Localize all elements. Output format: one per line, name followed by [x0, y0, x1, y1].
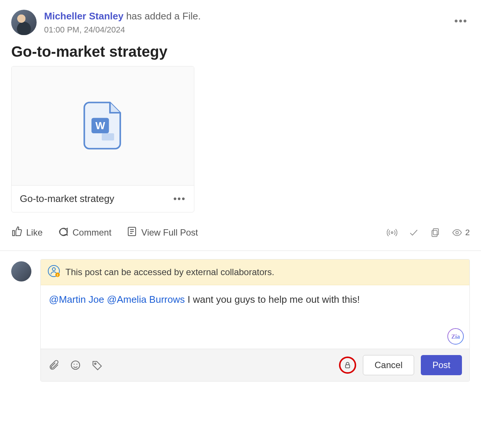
- notice-text: This post can be accessed by external co…: [65, 267, 274, 277]
- composer-body[interactable]: @Martin Joe @Amelia Burrows I want you g…: [41, 285, 469, 349]
- post-title-line: Micheller Stanley has added a File.: [44, 10, 201, 23]
- author-avatar[interactable]: [11, 10, 37, 35]
- external-user-icon: !: [47, 265, 60, 280]
- post-button[interactable]: Post: [421, 355, 462, 375]
- view-full-post-button[interactable]: View Full Post: [126, 226, 198, 239]
- svg-text:W: W: [95, 120, 105, 131]
- toolbar-left: [48, 360, 103, 371]
- file-name: Go-to-market strategy: [20, 193, 114, 205]
- composer-section: ! This post can be accessed by external …: [0, 251, 481, 393]
- cancel-button[interactable]: Cancel: [363, 355, 414, 375]
- svg-text:!: !: [57, 273, 58, 277]
- post-container: Micheller Stanley has added a File. 01:0…: [0, 0, 481, 251]
- like-label: Like: [26, 227, 43, 238]
- zia-icon[interactable]: Zia: [447, 328, 464, 345]
- svg-rect-8: [433, 229, 438, 235]
- svg-point-19: [77, 364, 78, 365]
- comment-button[interactable]: Comment: [58, 226, 111, 239]
- file-more-icon[interactable]: •••: [173, 193, 186, 205]
- post-header-text: Micheller Stanley has added a File. 01:0…: [44, 10, 201, 35]
- file-preview: W: [12, 66, 194, 185]
- external-access-notice: ! This post can be accessed by external …: [41, 259, 469, 285]
- file-footer: Go-to-market strategy •••: [12, 185, 194, 212]
- checkmark-icon[interactable]: [408, 227, 419, 238]
- word-doc-icon: W: [82, 100, 123, 151]
- emoji-icon[interactable]: [70, 360, 81, 371]
- post-timestamp: 01:00 PM, 24/04/2024: [44, 25, 201, 35]
- action-bar-right: 2: [387, 227, 470, 238]
- svg-point-12: [52, 268, 55, 271]
- view-full-post-label: View Full Post: [141, 227, 198, 238]
- post-action-text: has added a File.: [126, 10, 201, 22]
- composer: ! This post can be accessed by external …: [40, 259, 470, 382]
- comment-icon: [58, 226, 69, 239]
- composer-text: @Martin Joe @Amelia Burrows I want you g…: [49, 293, 461, 306]
- file-card[interactable]: W Go-to-market strategy •••: [11, 66, 194, 212]
- svg-point-18: [74, 364, 75, 365]
- copy-icon[interactable]: [430, 227, 441, 238]
- composer-toolbar: Cancel Post: [41, 349, 469, 381]
- svg-rect-9: [432, 230, 437, 236]
- svg-rect-21: [346, 365, 350, 368]
- composer-message: I want you guys to help me out with this…: [188, 294, 360, 305]
- views-number: 2: [465, 228, 470, 237]
- svg-text:Zia: Zia: [451, 333, 460, 340]
- views-count[interactable]: 2: [452, 227, 470, 238]
- eye-icon: [452, 227, 462, 238]
- post-more-icon[interactable]: •••: [454, 15, 468, 27]
- lock-icon: [343, 361, 352, 369]
- svg-point-20: [95, 363, 96, 364]
- tag-icon[interactable]: [92, 360, 103, 371]
- toolbar-right: Cancel Post: [339, 355, 462, 375]
- svg-rect-2: [102, 133, 114, 140]
- mention-2[interactable]: @Amelia Burrows: [107, 294, 185, 305]
- privacy-lock-button[interactable]: [339, 357, 356, 374]
- svg-point-10: [456, 231, 458, 234]
- like-button[interactable]: Like: [11, 226, 43, 239]
- comment-label: Comment: [73, 227, 111, 238]
- action-bar: Like Comment View Full Post: [11, 226, 470, 251]
- svg-point-17: [71, 361, 80, 370]
- post-icon: [126, 226, 138, 239]
- broadcast-icon[interactable]: [387, 227, 397, 238]
- post-header: Micheller Stanley has added a File. 01:0…: [11, 10, 470, 35]
- attachment-icon[interactable]: [48, 360, 59, 371]
- author-name[interactable]: Micheller Stanley: [44, 10, 123, 22]
- thumbs-up-icon: [11, 226, 22, 239]
- post-heading: Go-to-market strategy: [11, 43, 470, 60]
- mention-1[interactable]: @Martin Joe: [49, 294, 104, 305]
- current-user-avatar[interactable]: [11, 261, 31, 281]
- svg-point-7: [391, 232, 393, 234]
